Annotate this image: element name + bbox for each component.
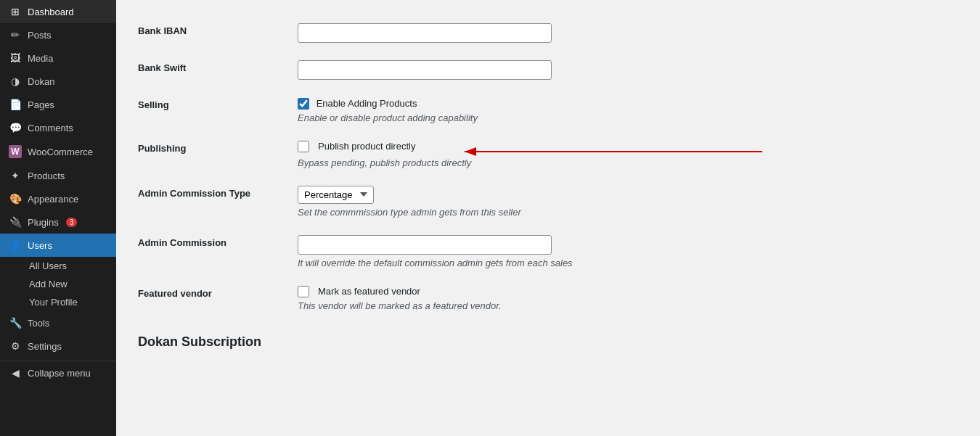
publishing-label: Publishing — [138, 132, 298, 177]
plugins-badge: 3 — [66, 218, 78, 227]
admin-commission-label: Admin Commission — [138, 226, 298, 277]
media-icon: 🖼 — [9, 52, 22, 64]
sidebar-item-appearance[interactable]: 🎨 Appearance — [0, 187, 116, 210]
publish-directly-checkbox[interactable] — [298, 141, 309, 152]
sidebar-item-dashboard[interactable]: ⊞ Dashboard — [0, 0, 116, 23]
sidebar-item-media[interactable]: 🖼 Media — [0, 46, 116, 70]
sidebar-item-label: Comments — [28, 123, 73, 133]
plugins-icon: 🔌 — [9, 216, 22, 228]
tools-icon: 🔧 — [9, 317, 22, 329]
commission-type-desc: Set the commmission type admin gets from… — [298, 207, 958, 218]
sidebar-item-label: Posts — [28, 30, 52, 41]
publish-directly-label: Publish product directly — [318, 141, 415, 152]
sidebar-item-label: Appearance — [28, 194, 78, 205]
sidebar-item-label: Dokan — [28, 76, 55, 87]
settings-icon: ⚙ — [9, 340, 22, 352]
enable-adding-products-checkbox[interactable] — [298, 98, 309, 110]
dokan-icon: ◑ — [9, 75, 22, 87]
sidebar-submenu-add-new[interactable]: Add New — [9, 275, 116, 293]
sidebar-item-label: WooCommerce — [28, 147, 93, 157]
admin-commission-type-row: Admin Commission Type Percentage Flat Se… — [138, 177, 958, 226]
publish-directly-desc: Bypass pending, publish products directl… — [298, 157, 958, 168]
appearance-icon: 🎨 — [9, 193, 22, 205]
sidebar-item-tools[interactable]: 🔧 Tools — [0, 311, 116, 334]
bank-swift-row: Bank Swift — [138, 52, 958, 89]
sidebar-item-label: Users — [28, 240, 52, 251]
sidebar-item-woocommerce[interactable]: W WooCommerce — [0, 139, 116, 164]
enable-adding-products-label: Enable Adding Products — [317, 98, 417, 109]
sidebar-item-products[interactable]: ✦ Products — [0, 164, 116, 187]
admin-commission-row: Admin Commission It will override the de… — [138, 226, 958, 277]
selling-label: Selling — [138, 89, 298, 132]
sidebar-item-label: Products — [28, 170, 65, 181]
sidebar-item-dokan[interactable]: ◑ Dokan — [0, 70, 116, 93]
publish-directly-wrap: Publish product directly — [298, 141, 415, 152]
mark-featured-checkbox[interactable] — [298, 286, 309, 297]
sidebar-item-label: Media — [28, 53, 53, 64]
sidebar-item-pages[interactable]: 📄 Pages — [0, 93, 116, 116]
selling-row: Selling Enable Adding Products Enable or… — [138, 89, 958, 132]
sidebar-item-label: Tools — [28, 318, 49, 329]
sidebar-item-label: Dashboard — [28, 7, 74, 17]
enable-adding-products-desc: Enable or disable product adding capabil… — [298, 112, 958, 123]
admin-commission-input[interactable] — [298, 235, 552, 255]
dokan-subscription-title: Dokan Subscription — [138, 334, 958, 350]
sidebar-submenu-your-profile[interactable]: Your Profile — [9, 293, 116, 311]
sidebar-item-users[interactable]: 👤 Users — [0, 234, 116, 257]
bank-swift-label: Bank Swift — [138, 52, 298, 89]
sidebar-item-comments[interactable]: 💬 Comments — [0, 116, 116, 139]
mark-featured-desc: This vendor will be marked as a featured… — [298, 300, 958, 311]
users-icon: 👤 — [9, 239, 22, 251]
main-content: Bank IBAN Bank Swift Selling Enable Add — [116, 0, 980, 436]
admin-commission-desc: It will override the default commission … — [298, 258, 958, 268]
sidebar: ⊞ Dashboard ✏ Posts 🖼 Media ◑ Dokan 📄 Pa… — [0, 0, 116, 436]
comments-icon: 💬 — [9, 122, 22, 133]
dashboard-icon: ⊞ — [9, 6, 22, 17]
featured-vendor-label: Featured vendor — [138, 277, 298, 320]
sidebar-item-label: Plugins — [28, 217, 59, 228]
admin-commission-type-label: Admin Commission Type — [138, 177, 298, 226]
enable-adding-products-wrap: Enable Adding Products — [298, 97, 417, 108]
publishing-row: Publishing Publish product directly — [138, 132, 958, 177]
sidebar-item-label: Settings — [28, 341, 62, 352]
bank-iban-label: Bank IBAN — [138, 15, 298, 52]
posts-icon: ✏ — [9, 29, 22, 41]
collapse-icon: ◀ — [9, 367, 22, 379]
products-icon: ✦ — [9, 170, 22, 181]
mark-featured-wrap: Mark as featured vendor — [298, 286, 958, 297]
commission-type-select[interactable]: Percentage Flat — [298, 186, 374, 204]
mark-featured-label: Mark as featured vendor — [318, 286, 420, 297]
bank-iban-row: Bank IBAN — [138, 15, 958, 52]
publishing-wrap: Publish product directly — [298, 141, 415, 152]
sidebar-item-posts[interactable]: ✏ Posts — [0, 23, 116, 46]
woocommerce-icon: W — [9, 145, 22, 158]
users-submenu: All Users Add New Your Profile — [0, 257, 116, 311]
bank-swift-input[interactable] — [298, 60, 552, 80]
collapse-menu-button[interactable]: ◀ Collapse menu — [0, 361, 116, 384]
bank-iban-input[interactable] — [298, 23, 552, 43]
sidebar-item-settings[interactable]: ⚙ Settings — [0, 334, 116, 358]
sidebar-submenu-all-users[interactable]: All Users — [9, 257, 116, 275]
sidebar-item-plugins[interactable]: 🔌 Plugins 3 — [0, 210, 116, 234]
sidebar-item-label: Pages — [28, 99, 54, 110]
collapse-label: Collapse menu — [28, 368, 91, 379]
settings-form-table: Bank IBAN Bank Swift Selling Enable Add — [138, 15, 958, 320]
pages-icon: 📄 — [9, 99, 22, 110]
featured-vendor-row: Featured vendor Mark as featured vendor … — [138, 277, 958, 320]
